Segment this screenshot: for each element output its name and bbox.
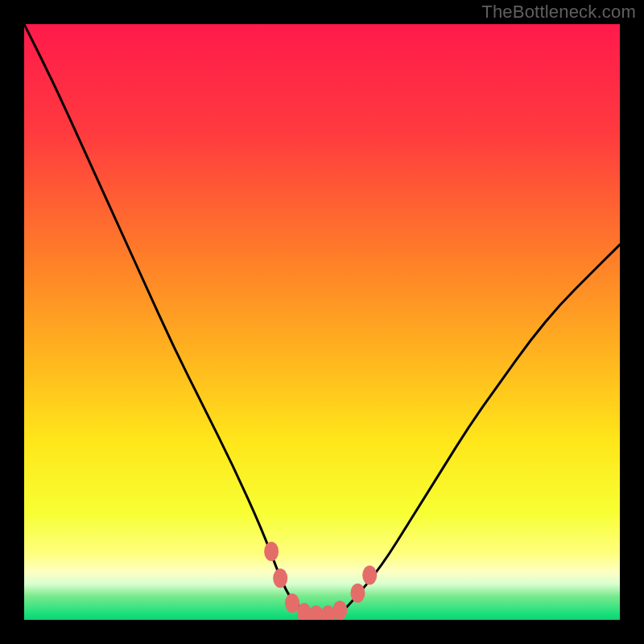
chart-frame: TheBottleneck.com bbox=[0, 0, 644, 644]
optimum-marker bbox=[362, 566, 377, 585]
optimum-marker bbox=[264, 542, 279, 561]
bottleneck-chart bbox=[24, 24, 620, 620]
optimum-marker bbox=[332, 601, 347, 620]
optimum-marker bbox=[273, 568, 287, 588]
optimum-marker bbox=[350, 584, 365, 603]
watermark-label: TheBottleneck.com bbox=[481, 2, 636, 23]
gradient-background bbox=[24, 24, 620, 620]
